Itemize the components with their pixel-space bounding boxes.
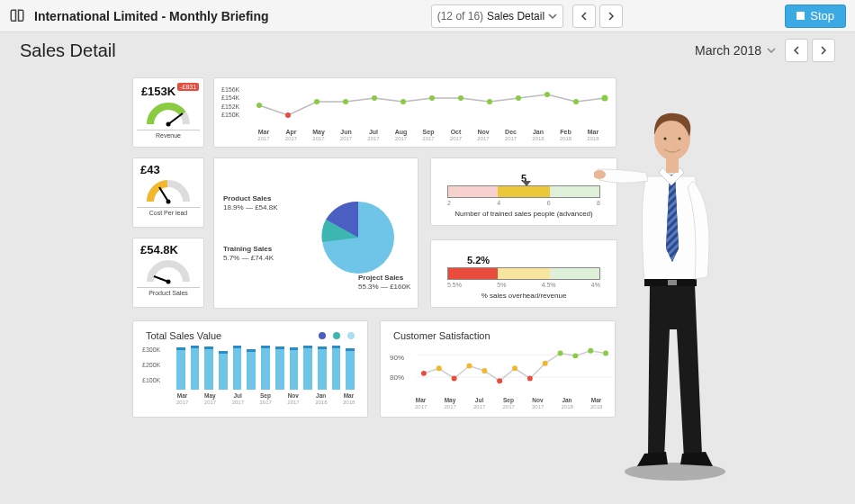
svg-point-10 <box>400 99 406 104</box>
kpi-value: £153K <box>141 85 176 98</box>
total-sales-chart[interactable]: Total Sales Value £300K£200K£100K Mar201… <box>132 320 368 418</box>
bars <box>176 346 355 390</box>
page-selector[interactable]: (12 of 16) Sales Detail <box>431 4 563 28</box>
svg-point-32 <box>572 353 578 358</box>
svg-point-8 <box>343 99 348 104</box>
bullet-scale: 5.5%5%4.5%4% <box>447 282 600 288</box>
kpi-label: Cost Per lead <box>137 207 200 216</box>
chevron-down-icon <box>548 12 557 21</box>
legend-dot <box>319 332 326 339</box>
svg-point-1 <box>166 122 171 127</box>
revenue-trend-chart[interactable]: £156K£154K£152K£150K Mar2017Apr2017May20… <box>213 77 616 148</box>
svg-point-24 <box>452 375 457 381</box>
chevron-right-icon <box>819 46 828 55</box>
svg-point-27 <box>497 378 502 383</box>
svg-point-5 <box>166 280 171 284</box>
svg-point-23 <box>436 365 442 371</box>
pie-label-product: Product Sales18.9% — £54.8K <box>223 194 277 212</box>
y-axis: £156K£154K£152K£150K <box>221 86 239 120</box>
pie-label-training: Training Sales5.7% — £74.4K <box>223 245 274 263</box>
kpi-delta-badge: -£831 <box>177 83 199 91</box>
period-label: March 2018 <box>695 43 761 58</box>
svg-line-2 <box>159 187 168 202</box>
kpi-product-sales[interactable]: £54.8K Product Sales <box>132 238 204 308</box>
y-axis: 90%80% <box>390 348 404 389</box>
svg-point-30 <box>543 361 548 366</box>
presenter-figure <box>594 86 738 482</box>
chevron-down-icon <box>767 46 776 55</box>
svg-point-29 <box>527 375 533 381</box>
legend <box>319 332 355 339</box>
bullet-track <box>447 267 600 280</box>
svg-point-12 <box>458 95 464 101</box>
svg-point-22 <box>421 371 427 376</box>
svg-point-13 <box>487 99 492 104</box>
page-count: (12 of 16) <box>437 10 483 22</box>
overhead-bullet[interactable]: 5.2% 5.5%5%4.5%4% % sales overhead/reven… <box>430 239 617 308</box>
prev-period-button[interactable] <box>785 39 808 62</box>
page-name: Sales Detail <box>487 10 544 22</box>
pie-label-project: Project Sales55.3% — £160K <box>358 274 421 292</box>
svg-point-26 <box>482 368 487 374</box>
satisfaction-chart[interactable]: Customer Satisfaction 90%80% Mar2017 May… <box>380 320 616 418</box>
kpi-cost-per-lead[interactable]: £43 Cost Per lead <box>132 158 204 228</box>
chevron-left-icon <box>580 12 589 21</box>
trained-sales-bullet[interactable]: 5 2468 Number of trained sales people (a… <box>430 158 617 226</box>
svg-point-9 <box>372 95 377 101</box>
svg-point-43 <box>664 138 667 140</box>
svg-point-3 <box>166 200 171 204</box>
stop-label: Stop <box>810 9 834 22</box>
svg-line-0 <box>168 113 183 124</box>
prev-page-button[interactable] <box>572 4 596 28</box>
top-bar: International Limited - Monthly Briefing… <box>0 0 855 32</box>
next-page-button[interactable] <box>599 4 623 28</box>
svg-point-28 <box>512 365 518 371</box>
kpi-label: Product Sales <box>137 287 200 296</box>
svg-point-18 <box>285 112 291 118</box>
pie-chart <box>313 193 403 283</box>
svg-point-44 <box>679 138 681 140</box>
sales-breakdown-pie[interactable]: Product Sales18.9% — £54.8K Training Sal… <box>213 158 418 309</box>
svg-point-7 <box>314 99 320 104</box>
line-chart <box>417 341 613 391</box>
legend-dot <box>347 332 355 339</box>
svg-point-16 <box>573 99 579 104</box>
kpi-value: £43 <box>140 163 160 176</box>
x-axis: Mar2017 May2017 Jul2017 Sep2017 Nov2017 … <box>176 392 355 405</box>
bullet-title: Number of trained sales people (advanced… <box>454 210 592 218</box>
stop-icon <box>796 12 805 20</box>
bullet-value: 5.2% <box>467 255 490 266</box>
gauge-icon <box>147 101 190 128</box>
bullet-track <box>447 185 600 198</box>
chevron-right-icon <box>607 12 616 21</box>
svg-point-15 <box>544 92 550 97</box>
bullet-title: % sales overhead/revenue <box>482 292 567 300</box>
svg-line-4 <box>154 276 168 282</box>
stop-button[interactable]: Stop <box>785 4 846 28</box>
svg-point-6 <box>256 103 262 108</box>
marker-icon <box>522 181 531 186</box>
kpi-label: Revenue <box>137 130 200 139</box>
svg-point-33 <box>588 348 593 354</box>
svg-point-14 <box>516 95 521 101</box>
legend-dot <box>333 332 340 339</box>
dashboard-canvas: £153K-£831 Revenue £43 Cost Per lead £54… <box>0 68 855 504</box>
next-period-button[interactable] <box>812 39 835 62</box>
book-icon <box>9 8 25 24</box>
gauge-icon <box>147 258 190 285</box>
y-axis: £300K£200K£100K <box>142 346 160 383</box>
chart-title: Customer Satisfaction <box>393 330 602 341</box>
period-selector[interactable]: March 2018 <box>695 43 776 58</box>
svg-point-31 <box>558 351 563 356</box>
x-axis: Mar2017 May2017 Jul2017 Sep2017 Nov2017 … <box>415 397 602 410</box>
page-title: Sales Detail <box>20 40 116 61</box>
svg-point-11 <box>429 95 435 101</box>
chart-title: Total Sales Value <box>146 330 221 341</box>
sparkline <box>250 86 610 122</box>
sub-header: Sales Detail March 2018 <box>0 32 855 68</box>
app-title: International Limited - Monthly Briefing <box>34 9 269 23</box>
chevron-left-icon <box>792 46 801 55</box>
kpi-value: £54.8K <box>140 243 178 256</box>
kpi-revenue[interactable]: £153K-£831 Revenue <box>132 77 204 148</box>
gauge-icon <box>147 178 190 205</box>
